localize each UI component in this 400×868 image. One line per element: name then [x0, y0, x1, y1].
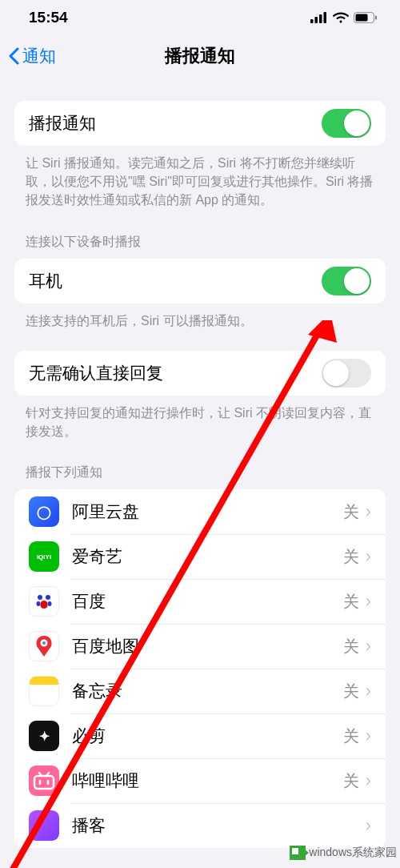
- status-indicators: [310, 12, 378, 23]
- app-value: 关: [343, 725, 359, 747]
- app-name: 阿里云盘: [72, 500, 343, 523]
- app-name: 爱奇艺: [72, 545, 343, 568]
- app-value: 关: [343, 591, 359, 613]
- app-icon: ◯: [29, 496, 59, 527]
- app-value: 关: [343, 636, 359, 657]
- back-label: 通知: [22, 45, 56, 67]
- watermark-logo-icon: [290, 846, 306, 860]
- svg-rect-2: [319, 14, 322, 23]
- app-row[interactable]: 百度地图关›: [14, 624, 386, 669]
- chevron-left-icon: [8, 47, 19, 65]
- back-button[interactable]: 通知: [0, 45, 56, 67]
- row-reply-without-confirm[interactable]: 无需确认直接回复: [14, 351, 386, 396]
- group-devices: 耳机: [14, 259, 386, 303]
- footer-reply: 针对支持回复的通知进行操作时，让 Siri 不朗读回复内容，直接发送。: [0, 396, 400, 440]
- group-announce: 播报通知: [14, 101, 386, 146]
- chevron-right-icon: ›: [366, 501, 371, 522]
- footer-devices: 连接支持的耳机后，Siri 可以播报通知。: [0, 303, 400, 330]
- content: 播报通知 让 Siri 播报通知。读完通知之后，Siri 将不打断您并继续听取，…: [0, 77, 400, 848]
- app-value: 关: [343, 546, 359, 568]
- header-devices: 连接以下设备时播报: [0, 210, 400, 259]
- app-value: 关: [343, 501, 359, 523]
- cellular-icon: [310, 12, 328, 23]
- app-name: 百度地图: [72, 635, 343, 657]
- app-value: 关: [343, 681, 359, 702]
- svg-point-10: [48, 601, 52, 606]
- app-name: 备忘录: [72, 680, 343, 702]
- app-row[interactable]: 哔哩哔哩关›: [14, 758, 386, 803]
- row-announce-notifications[interactable]: 播报通知: [14, 101, 386, 146]
- footer-announce: 让 Siri 播报通知。读完通知之后，Siri 将不打断您并继续听取，以便您不用…: [0, 146, 400, 210]
- chevron-right-icon: ›: [366, 815, 371, 836]
- app-icon: ✦: [29, 721, 59, 751]
- battery-icon: [354, 12, 378, 23]
- status-time: 15:54: [29, 9, 68, 26]
- svg-point-9: [37, 601, 41, 606]
- app-row[interactable]: 备忘录关›: [14, 669, 386, 713]
- svg-rect-5: [356, 14, 368, 22]
- toggle-announce[interactable]: [322, 109, 371, 138]
- chevron-right-icon: ›: [366, 770, 371, 791]
- svg-point-7: [38, 595, 42, 600]
- wifi-icon: [333, 12, 349, 23]
- app-icon: [29, 766, 59, 796]
- app-icon: [29, 631, 59, 661]
- page-title: 播报通知: [165, 44, 235, 68]
- svg-rect-3: [324, 12, 327, 23]
- chevron-right-icon: ›: [366, 636, 371, 657]
- app-name: 播客: [72, 814, 359, 837]
- chevron-right-icon: ›: [366, 681, 371, 701]
- toggle-reply[interactable]: [322, 359, 371, 388]
- app-icon: [29, 586, 59, 617]
- app-icon: iQIYI: [29, 541, 59, 572]
- app-icon: [29, 810, 59, 841]
- label-headphones: 耳机: [29, 270, 322, 292]
- header-apps: 播报下列通知: [0, 440, 400, 489]
- watermark: windows系统家园: [290, 846, 397, 860]
- app-row[interactable]: 播客›: [14, 803, 386, 848]
- group-apps: ◯阿里云盘关›iQIYI爱奇艺关›百度关›百度地图关›备忘录关›✦必剪关›哔哩哔…: [14, 489, 386, 848]
- svg-rect-6: [375, 16, 377, 20]
- status-bar: 15:54: [0, 0, 400, 35]
- app-row[interactable]: ✦必剪关›: [14, 713, 386, 758]
- svg-rect-1: [315, 17, 318, 23]
- app-row[interactable]: 百度关›: [14, 579, 386, 624]
- app-row[interactable]: ◯阿里云盘关›: [14, 489, 386, 534]
- app-icon: [29, 676, 59, 706]
- app-name: 百度: [72, 590, 343, 613]
- row-headphones[interactable]: 耳机: [14, 259, 386, 303]
- svg-rect-13: [34, 776, 54, 789]
- app-name: 哔哩哔哩: [72, 770, 343, 792]
- svg-rect-0: [310, 19, 314, 23]
- chevron-right-icon: ›: [366, 591, 371, 612]
- app-name: 必剪: [72, 725, 343, 747]
- chevron-right-icon: ›: [366, 725, 371, 746]
- label-reply: 无需确认直接回复: [29, 362, 322, 384]
- chevron-right-icon: ›: [366, 546, 371, 567]
- watermark-text: windows系统家园: [309, 846, 397, 860]
- label-announce: 播报通知: [29, 112, 322, 135]
- app-value: 关: [343, 770, 359, 792]
- app-row[interactable]: iQIYI爱奇艺关›: [14, 534, 386, 579]
- toggle-headphones[interactable]: [322, 267, 371, 295]
- group-reply: 无需确认直接回复: [14, 351, 386, 396]
- nav-bar: 通知 播报通知: [0, 35, 400, 77]
- svg-point-12: [42, 641, 46, 645]
- svg-point-8: [46, 595, 50, 600]
